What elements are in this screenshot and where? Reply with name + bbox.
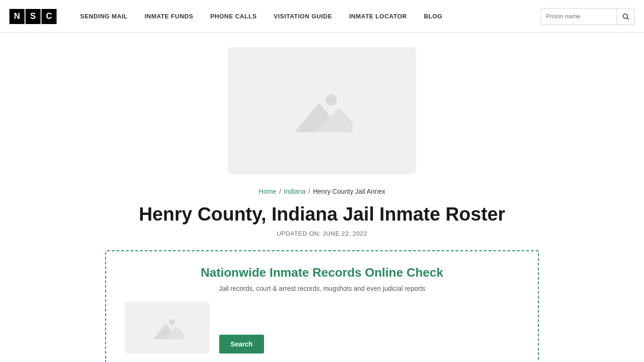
breadcrumb-sep-1: / (279, 188, 281, 195)
site-header: N S C SENDING MAIL INMATE FUNDS PHONE CA… (0, 0, 644, 33)
updated-date: UPDATED ON: JUNE 22, 2022 (277, 230, 367, 237)
nav-inmate-locator[interactable]: INMATE LOCATOR (340, 13, 415, 20)
hero-image (228, 47, 416, 174)
promo-title: Nationwide Inmate Records Online Check (201, 265, 443, 280)
promo-bottom-row: Search (125, 302, 519, 354)
logo-c: C (41, 9, 57, 24)
search-container (541, 8, 635, 25)
svg-point-0 (623, 14, 627, 18)
logo-s: S (25, 9, 41, 24)
updated-label: UPDATED ON: (277, 230, 321, 237)
promo-form-area: Search (219, 335, 519, 354)
breadcrumb-indiana[interactable]: Indiana (284, 188, 305, 195)
breadcrumb-home[interactable]: Home (259, 188, 276, 195)
breadcrumb: Home / Indiana / Henry County Jail Annex (259, 188, 385, 195)
promo-box: Nationwide Inmate Records Online Check J… (105, 250, 539, 362)
image-placeholder-icon (291, 85, 353, 137)
page-title: Henry County, Indiana Jail Inmate Roster (139, 203, 505, 225)
svg-point-2 (326, 95, 337, 106)
site-logo[interactable]: N S C (9, 9, 58, 24)
nav-sending-mail[interactable]: SENDING MAIL (72, 13, 136, 20)
svg-line-1 (627, 18, 629, 20)
updated-date-value: JUNE 22, 2022 (322, 230, 367, 237)
nav-visitation-guide[interactable]: VISITATION GUIDE (265, 13, 341, 20)
search-button[interactable] (617, 8, 634, 25)
nav-inmate-funds[interactable]: INMATE FUNDS (136, 13, 202, 20)
search-input[interactable] (541, 8, 617, 25)
svg-point-5 (169, 319, 175, 325)
breadcrumb-sep-2: / (308, 188, 310, 195)
promo-image-placeholder (125, 302, 210, 354)
logo-n: N (9, 9, 25, 24)
breadcrumb-current: Henry County Jail Annex (313, 188, 385, 195)
promo-search-button[interactable]: Search (219, 335, 264, 354)
nav-phone-calls[interactable]: PHONE CALLS (202, 13, 265, 20)
nav-blog[interactable]: BLOG (415, 13, 451, 20)
main-content: Home / Indiana / Henry County Jail Annex… (0, 33, 644, 362)
main-nav: SENDING MAIL INMATE FUNDS PHONE CALLS VI… (72, 13, 541, 20)
search-icon (622, 13, 629, 20)
promo-subtitle: Jail records, court & arrest records, mu… (219, 285, 425, 292)
promo-mountain-icon (151, 315, 184, 341)
mountain-icon (291, 85, 353, 137)
